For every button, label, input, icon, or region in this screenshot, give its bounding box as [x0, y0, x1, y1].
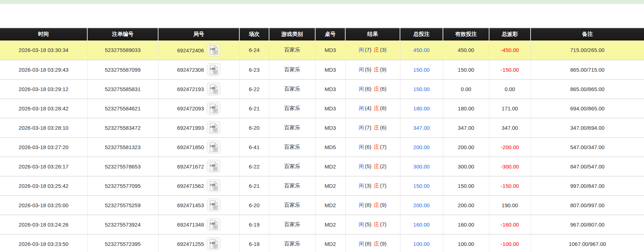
result-player-score: (8)	[365, 241, 371, 247]
column-header-round-id: 局号	[158, 28, 239, 41]
total-bet-link[interactable]: 100.00	[413, 241, 430, 247]
cell-time: 2026-03-18 03:29:43	[0, 60, 87, 79]
result-player-label: 闲	[359, 182, 364, 189]
total-bet-link[interactable]: 200.00	[413, 144, 430, 150]
cell-result: 闲(5)庄(2)	[345, 157, 400, 176]
cell-valid-bet: 150.00	[443, 176, 489, 195]
video-replay-button[interactable]	[207, 63, 220, 76]
payout-amount: 347.00	[502, 125, 518, 131]
video-replay-button[interactable]	[207, 199, 220, 211]
cell-payout: 190.00	[489, 195, 531, 215]
cell-bet-id: 523275573924	[87, 215, 158, 234]
video-replay-button[interactable]	[207, 179, 220, 192]
round-id-text: 692471993	[177, 125, 204, 131]
cell-game-type: 百家乐	[269, 99, 315, 118]
video-replay-button[interactable]	[207, 121, 220, 134]
cell-round-id: 692471453	[158, 195, 239, 215]
total-bet-link[interactable]: 300.00	[413, 163, 430, 170]
table-row: 2026-03-18 03:29:12523275585831692472193…	[0, 79, 644, 99]
cell-remark: 865.00/715.00	[531, 60, 644, 79]
cell-table-no: MD3	[315, 60, 345, 79]
result-banker-label: 庄	[374, 241, 379, 247]
cell-session: 6-23	[239, 60, 269, 79]
payout-amount: -100.00	[501, 241, 519, 247]
video-file-icon	[209, 200, 219, 210]
result-banker-label: 庄	[374, 105, 379, 111]
total-bet-link[interactable]: 450.00	[413, 47, 430, 53]
cell-session: 6-22	[239, 157, 269, 176]
total-bet-link[interactable]: 150.00	[413, 67, 430, 73]
cell-result: 闲(5)庄(9)	[345, 60, 400, 79]
cell-remark: 847.00/547.00	[531, 157, 644, 176]
result-banker-label: 庄	[374, 163, 379, 169]
result-player-score: (5)	[365, 221, 371, 227]
table-row: 2026-03-18 03:24:26523275573924692471348…	[0, 215, 644, 234]
round-id-text: 692471255	[177, 241, 204, 247]
result-banker-score: (7)	[380, 221, 386, 227]
round-id-text: 692472093	[177, 105, 204, 111]
video-replay-button[interactable]	[207, 44, 220, 57]
video-replay-button[interactable]	[207, 160, 220, 173]
table-row: 2026-03-18 03:27:20523275581323692471850…	[0, 137, 644, 157]
video-file-icon	[209, 65, 219, 75]
round-id-text: 692472308	[177, 67, 204, 73]
result-player-label: 闲	[359, 47, 364, 53]
cell-result: 闲(7)庄(3)	[345, 41, 400, 60]
video-replay-button[interactable]	[207, 141, 220, 153]
video-replay-button[interactable]	[207, 102, 220, 115]
cell-time: 2026-03-18 03:26:17	[0, 157, 87, 176]
cell-payout: -150.00	[489, 176, 531, 195]
bet-records-table: 时间 注单编号 局号 场次 游戏类别 桌号 结果 总投注 有效投注 总派彩 备注…	[0, 28, 644, 252]
cell-valid-bet: 200.00	[443, 195, 489, 215]
cell-round-id: 692472193	[158, 79, 239, 99]
round-id-text: 692471562	[177, 183, 204, 189]
video-replay-button[interactable]	[207, 82, 220, 95]
total-bet-link[interactable]: 160.00	[413, 222, 430, 228]
cell-remark: 715.00/265.00	[531, 41, 644, 60]
result-banker-label: 庄	[374, 66, 379, 72]
table-header-row: 时间 注单编号 局号 场次 游戏类别 桌号 结果 总投注 有效投注 总派彩 备注	[0, 28, 644, 41]
total-bet-link[interactable]: 347.00	[413, 125, 430, 131]
table-row: 2026-03-18 03:29:43523275587099692472308…	[0, 60, 644, 79]
result-player-score: (7)	[365, 47, 371, 53]
cell-game-type: 百家乐	[269, 79, 315, 99]
result-player-score: (4)	[365, 105, 371, 111]
result-banker-score: (9)	[380, 66, 386, 72]
video-file-icon	[209, 123, 219, 133]
video-replay-button[interactable]	[207, 237, 220, 250]
cell-payout: -200.00	[489, 137, 531, 157]
cell-bet-id: 523275583472	[87, 118, 158, 137]
payout-amount: -150.00	[501, 67, 519, 73]
column-header-time: 时间	[0, 28, 87, 41]
cell-result: 闲(4)庄(8)	[345, 99, 400, 118]
total-bet-link[interactable]: 150.00	[413, 86, 430, 92]
cell-time: 2026-03-18 03:28:10	[0, 118, 87, 137]
result-player-label: 闲	[359, 144, 364, 150]
payout-amount: 0.00	[504, 86, 515, 92]
result-banker-score: (9)	[380, 202, 386, 208]
cell-round-id: 692472308	[158, 60, 239, 79]
cell-result: 闲(7)庄(6)	[345, 118, 400, 137]
result-banker-score: (6)	[380, 86, 386, 92]
result-banker-label: 庄	[374, 182, 379, 189]
video-file-icon	[209, 142, 219, 152]
column-header-session: 场次	[239, 28, 269, 41]
column-header-bet-id: 注单编号	[87, 28, 158, 41]
cell-game-type: 百家乐	[269, 215, 315, 234]
payout-amount: -150.00	[501, 183, 519, 189]
cell-valid-bet: 150.00	[443, 60, 489, 79]
column-header-valid-bet: 有效投注	[443, 28, 489, 41]
total-bet-link[interactable]: 180.00	[413, 105, 430, 111]
video-file-icon	[209, 181, 219, 191]
cell-session: 6-19	[239, 215, 269, 234]
total-bet-link[interactable]: 150.00	[413, 183, 430, 189]
cell-session: 6-21	[239, 176, 269, 195]
cell-game-type: 百家乐	[269, 195, 315, 215]
cell-result: 闲(8)庄(9)	[345, 195, 400, 215]
cell-result: 闲(6)庄(6)	[345, 79, 400, 99]
total-bet-link[interactable]: 200.00	[413, 202, 430, 208]
cell-remark: 997.00/847.00	[531, 176, 644, 195]
video-replay-button[interactable]	[207, 218, 220, 231]
payout-amount: -450.00	[501, 47, 519, 53]
cell-round-id: 692471562	[158, 176, 239, 195]
